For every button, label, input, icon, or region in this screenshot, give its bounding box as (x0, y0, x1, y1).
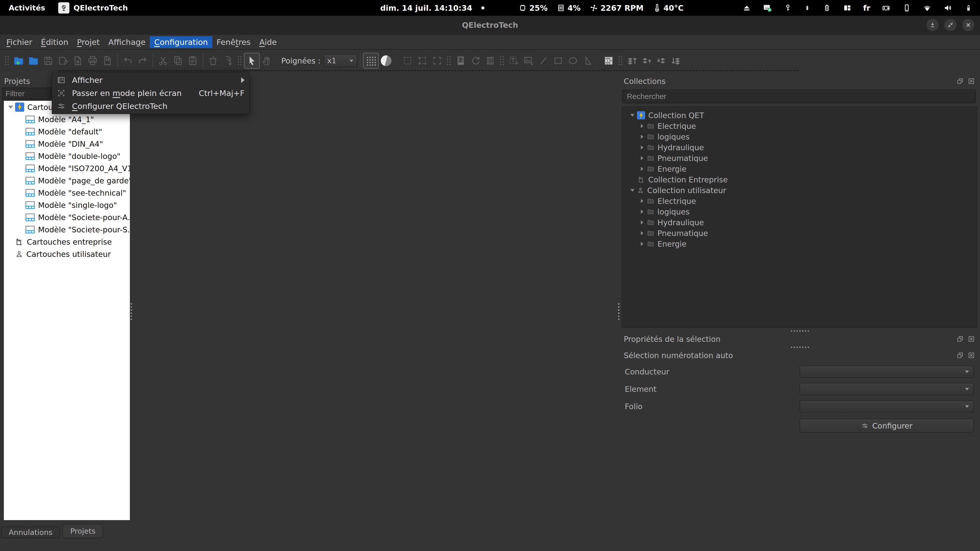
contrast-toggle-button[interactable] (379, 53, 393, 68)
focused-app-indicator[interactable]: QElectroTech (58, 0, 128, 16)
keyboard-layout-indicator[interactable]: fr (863, 3, 870, 13)
expander-right-icon[interactable] (641, 210, 643, 214)
collections-search-input[interactable] (622, 89, 976, 103)
poignees-combobox[interactable]: x1 (324, 54, 357, 67)
toolbar-drag-handle[interactable] (447, 56, 451, 65)
copy-button[interactable] (170, 53, 185, 68)
open-project-button[interactable] (26, 53, 41, 68)
expander-right-icon[interactable] (641, 221, 643, 224)
tree-item-collection-entreprise[interactable]: Collection Entreprise (622, 174, 977, 185)
key-icon[interactable] (783, 3, 792, 12)
menu-item-afficher[interactable]: Afficher (52, 73, 249, 86)
toolbar-drag-handle[interactable] (500, 56, 504, 65)
bring-forward-button[interactable] (625, 53, 640, 68)
expander-right-icon[interactable] (641, 124, 643, 128)
ups-battery-icon[interactable] (881, 3, 891, 13)
conducteur-combobox[interactable] (800, 365, 974, 378)
tree-item-folder[interactable]: logiques (622, 206, 977, 217)
menu-edition[interactable]: Édition (37, 36, 73, 48)
tree-item-model[interactable]: Modèle "DIN_A4" (4, 138, 130, 150)
tree-item-model[interactable]: Modèle "page_de garde" (4, 175, 130, 187)
menu-fenetres[interactable]: Fenêtres (212, 36, 255, 48)
raise-button[interactable] (640, 53, 654, 68)
tree-item-model[interactable]: Modèle "default" (4, 125, 130, 138)
terminal-strip-button[interactable] (601, 53, 616, 68)
add-rectangle-button[interactable] (551, 53, 566, 68)
tree-item-folder[interactable]: Pneumatique (622, 228, 977, 238)
tree-item-collection-qet[interactable]: Collection QET (622, 110, 977, 121)
print-button[interactable] (85, 53, 100, 68)
export-button[interactable] (100, 53, 115, 68)
tree-item-folder[interactable]: Electrique (622, 196, 977, 206)
expander-right-icon[interactable] (641, 167, 643, 171)
tree-item-model[interactable]: Modèle "double-logo" (4, 150, 130, 162)
toolbar-drag-handle[interactable] (238, 56, 242, 65)
expander-right-icon[interactable] (641, 145, 643, 149)
tree-item-folder[interactable]: logiques (622, 131, 977, 142)
add-ellipse-button[interactable] (566, 53, 580, 68)
restore-button[interactable] (944, 19, 956, 31)
expander-down-icon[interactable] (630, 114, 635, 117)
expander-right-icon[interactable] (641, 199, 643, 203)
left-splitter[interactable] (130, 72, 132, 551)
phone-icon[interactable] (902, 3, 911, 12)
clock[interactable]: dim. 14 juil. 14:10:34 (380, 3, 472, 13)
dock-float-button[interactable] (956, 351, 965, 360)
undo-button[interactable] (121, 53, 135, 68)
volume-icon[interactable] (943, 3, 953, 13)
menu-aide[interactable]: Aide (255, 36, 281, 48)
window-titlebar[interactable]: QElectroTech (0, 16, 980, 35)
tree-item-folder[interactable]: Hydraulique (622, 217, 977, 228)
expander-right-icon[interactable] (641, 135, 643, 139)
peripheral-battery-icon[interactable] (822, 3, 832, 13)
dock-float-button[interactable] (956, 334, 965, 344)
dock-float-button[interactable] (956, 76, 965, 86)
save-button[interactable] (41, 53, 56, 68)
activities-button[interactable]: Activités (9, 0, 45, 16)
minimize-button[interactable] (926, 19, 939, 31)
menu-fichier[interactable]: Fichier (2, 36, 37, 48)
tree-item-model[interactable]: Modèle "Societe-pour-S… (4, 224, 130, 236)
expander-down-icon[interactable] (630, 189, 635, 192)
tree-item-collection-utilisateur[interactable]: Collection utilisateur (622, 185, 977, 196)
toolbar-drag-handle[interactable] (619, 56, 622, 65)
tree-item-folder[interactable]: Pneumatique (622, 153, 977, 164)
wifi-icon[interactable] (922, 3, 932, 13)
battery-icon[interactable] (964, 3, 973, 12)
delete-button[interactable] (206, 53, 221, 68)
right-splitter[interactable] (617, 72, 620, 551)
list-fields-button[interactable] (453, 53, 468, 68)
special-paste-button[interactable] (221, 53, 235, 68)
element-combobox[interactable] (800, 383, 974, 395)
select-tool-button[interactable] (244, 53, 260, 68)
eject-icon[interactable] (742, 3, 751, 13)
tree-item-folder[interactable]: Energie (622, 238, 977, 249)
selection-dashed-button[interactable] (400, 53, 415, 68)
close-button[interactable] (962, 19, 974, 31)
add-text-button[interactable] (506, 53, 521, 68)
tab-annulations[interactable]: Annulations (1, 527, 60, 538)
paste-button[interactable] (185, 53, 200, 68)
workspace-area[interactable] (132, 72, 617, 551)
menu-projet[interactable]: Projet (73, 36, 104, 48)
screenshot-check-icon[interactable] (762, 3, 772, 13)
dock-close-button[interactable] (967, 351, 976, 360)
menu-item-plein-ecran[interactable]: Passer en mode plein écran Ctrl+Maj+F (52, 86, 249, 100)
tab-projets[interactable]: Projets (62, 524, 103, 538)
folio-combobox[interactable] (800, 400, 974, 413)
menu-configuration[interactable]: Configuration (150, 36, 212, 48)
add-line-button[interactable] (536, 53, 551, 68)
expander-right-icon[interactable] (641, 156, 643, 160)
system-monitor[interactable]: 25% 4% 2267 RPM 40°C (518, 0, 683, 16)
tree-item-model[interactable]: Modèle "ISO7200_A4_V1" (4, 162, 130, 175)
add-image-button[interactable] (521, 53, 536, 68)
configure-button[interactable]: Configurer (800, 419, 974, 433)
tree-item-folder[interactable]: Hydraulique (622, 142, 977, 153)
expander-right-icon[interactable] (641, 242, 643, 246)
pan-tool-button[interactable] (260, 53, 275, 68)
dock-splitter-handle[interactable] (620, 344, 980, 350)
dock-close-button[interactable] (967, 334, 976, 344)
tree-item-model[interactable]: Modèle "Societe-pour-A… (4, 211, 130, 224)
new-project-button[interactable] (11, 53, 26, 68)
dock-close-button[interactable] (967, 76, 976, 86)
